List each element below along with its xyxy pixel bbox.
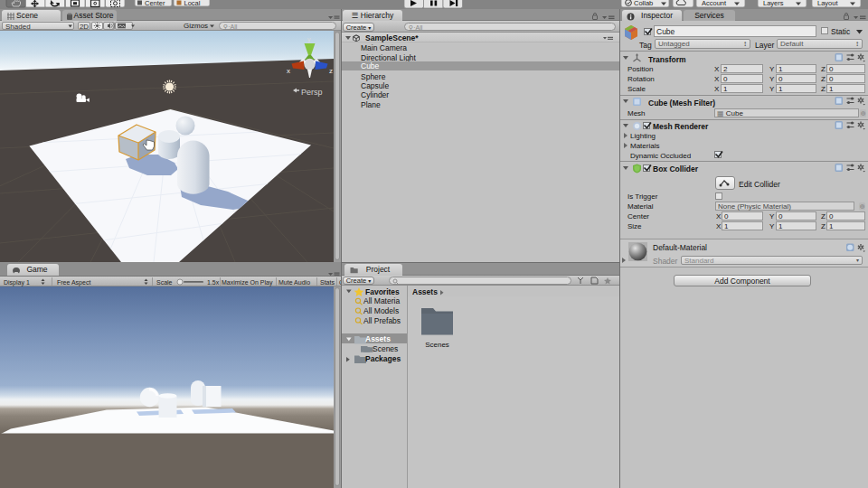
svg-text:Layout: Layout [817,0,838,7]
svg-text:Layers: Layers [763,0,784,7]
svg-text:Collab: Collab [634,0,653,7]
svg-text:Center: Center [145,0,165,7]
svg-text:Local: Local [184,0,201,7]
svg-text:y: y [307,36,311,43]
svg-text:z: z [329,67,333,75]
svg-text:x: x [287,67,290,75]
svg-text:Account: Account [702,0,727,7]
svg-text:Persp: Persp [301,88,323,97]
